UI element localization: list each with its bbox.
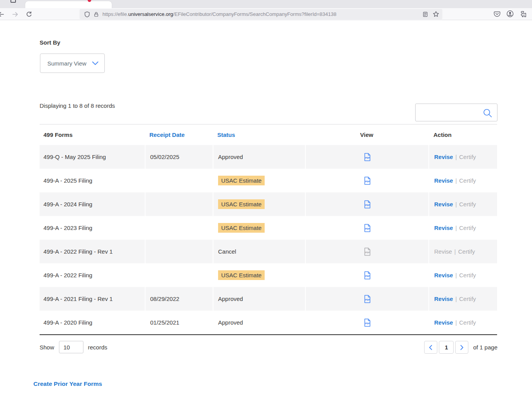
revise-link[interactable]: Revise	[434, 177, 453, 184]
status-value: USAC Estimate	[218, 199, 265, 209]
pdf-icon[interactable]: PDF	[364, 224, 371, 232]
form-name: 499-A - 2024 Filing	[40, 201, 145, 207]
form-name: 499-A - 2021 Filing - Rev 1	[40, 296, 145, 302]
certify-link[interactable]: Certify	[459, 319, 476, 326]
browser-tab-bar	[0, 0, 532, 8]
svg-text:PDF: PDF	[365, 322, 370, 324]
table-row: 499-Q - May 2025 Filing 05/02/2025 Appro…	[40, 145, 497, 169]
svg-text:PDF: PDF	[365, 227, 370, 230]
certify-link[interactable]: Certify	[459, 177, 476, 184]
certify-link[interactable]: Certify	[459, 201, 476, 207]
records-summary: Displaying 1 to 8 of 8 records	[40, 102, 115, 109]
svg-text:PDF: PDF	[365, 204, 370, 206]
url-prefix: https://efile.	[102, 11, 128, 17]
certify-link[interactable]: Certify	[459, 296, 476, 302]
search-icon[interactable]	[483, 108, 492, 118]
pdf-icon[interactable]: PDF	[364, 271, 371, 280]
show-label: Show	[40, 344, 54, 351]
action-separator: |	[455, 177, 457, 184]
status-value: USAC Estimate	[218, 270, 265, 280]
prev-page-button[interactable]	[424, 341, 437, 354]
form-name: 499-A - 2022 Filing	[40, 272, 145, 278]
lock-icon[interactable]	[94, 11, 99, 17]
back-button[interactable]	[0, 10, 5, 19]
sort-by-label: Sort By	[40, 39, 60, 46]
certify-link[interactable]: Certify	[459, 225, 476, 231]
page-content: Sort By Summary View Displaying 1 to 8 o…	[0, 21, 532, 401]
sort-view-dropdown[interactable]: Summary View	[40, 54, 105, 73]
receipt-date	[145, 240, 213, 263]
page-size-input[interactable]	[59, 341, 83, 353]
form-name: 499-A - 2022 Filing - Rev 1	[40, 248, 145, 255]
form-name: 499-Q - May 2025 Filing	[40, 154, 145, 160]
svg-text:PDF: PDF	[365, 275, 370, 277]
receipt-date	[145, 263, 213, 287]
certify-link[interactable]: Certify	[459, 154, 476, 160]
bookmark-star-icon[interactable]	[433, 11, 439, 17]
action-separator: |	[455, 272, 457, 278]
status-value: Approved	[218, 319, 243, 326]
table-row: 499-A - 2022 Filing USAC Estimate PDF Re…	[40, 263, 497, 287]
reload-icon	[26, 11, 32, 17]
pagination: 1 of 1 page	[424, 341, 497, 354]
revise-link: Revise	[434, 248, 452, 255]
header-receipt-date[interactable]: Receipt Date	[145, 131, 213, 138]
status-value: USAC Estimate	[218, 223, 265, 233]
table-row: 499-A - 2023 Filing USAC Estimate PDF Re…	[40, 216, 497, 240]
revise-link[interactable]: Revise	[434, 154, 453, 160]
revise-link[interactable]: Revise	[434, 272, 453, 278]
receipt-date: 01/25/2021	[145, 311, 213, 334]
table-row: 499-A - 2025 Filing USAC Estimate PDF Re…	[40, 169, 497, 192]
current-page: 1	[439, 341, 454, 354]
pdf-icon[interactable]: PDF	[364, 176, 371, 185]
revise-link[interactable]: Revise	[434, 319, 453, 326]
pdf-icon[interactable]: PDF	[364, 318, 371, 327]
action-separator: |	[455, 201, 457, 207]
forms-table: 499 Forms Receipt Date Status View Actio…	[40, 124, 497, 335]
pdf-icon[interactable]: PDF	[364, 200, 371, 209]
certify-link[interactable]: Certify	[459, 272, 476, 278]
action-separator: |	[454, 248, 456, 255]
url-bar[interactable]: https://efile.universalservice.org/EFile…	[80, 9, 442, 19]
header-view: View	[305, 131, 428, 138]
create-prior-year-forms-link[interactable]: Create Prior Year Forms	[33, 380, 102, 387]
browser-tab[interactable]	[25, 1, 112, 8]
sidebar-toggle-icon[interactable]	[10, 0, 16, 3]
pocket-icon[interactable]	[494, 10, 501, 17]
receipt-date: 08/29/2022	[145, 287, 213, 311]
forward-button[interactable]	[11, 10, 19, 19]
url-domain: universalservice.org	[128, 11, 173, 17]
table-footer: Show records 1 of 1 page	[40, 339, 497, 355]
revise-link[interactable]: Revise	[434, 225, 453, 231]
table-row: 499-A - 2021 Filing - Rev 1 08/29/2022 A…	[40, 287, 497, 311]
receipt-date: 05/02/2025	[145, 145, 213, 169]
header-status[interactable]: Status	[213, 131, 305, 138]
receipt-date	[145, 169, 213, 192]
pdf-icon: PDF	[364, 247, 371, 256]
action-separator: |	[455, 296, 457, 302]
account-icon[interactable]	[506, 10, 514, 17]
search-input[interactable]	[419, 105, 481, 119]
shield-icon[interactable]	[84, 11, 90, 17]
status-value: Approved	[218, 296, 243, 302]
action-separator: |	[455, 225, 457, 231]
reader-mode-icon[interactable]	[423, 11, 428, 17]
table-row: 499-A - 2020 Filing 01/25/2021 Approved …	[40, 311, 497, 334]
reload-button[interactable]	[25, 10, 33, 19]
extensions-puzzle-icon[interactable]	[520, 10, 527, 17]
of-pages-label: of 1 page	[473, 344, 497, 351]
form-name: 499-A - 2023 Filing	[40, 225, 145, 231]
action-separator: |	[455, 154, 457, 160]
form-name: 499-A - 2020 Filing	[40, 319, 145, 326]
status-value: USAC Estimate	[218, 176, 265, 185]
next-page-button[interactable]	[455, 341, 468, 354]
pdf-icon[interactable]: PDF	[364, 153, 371, 161]
receipt-date	[145, 216, 213, 240]
chevron-down-icon	[92, 61, 99, 66]
header-499-forms: 499 Forms	[40, 131, 145, 138]
pdf-icon[interactable]: PDF	[364, 295, 371, 303]
revise-link[interactable]: Revise	[434, 296, 453, 302]
revise-link[interactable]: Revise	[434, 201, 453, 207]
table-header-row: 499 Forms Receipt Date Status View Actio…	[40, 124, 497, 145]
browser-nav-toolbar: https://efile.universalservice.org/EFile…	[0, 8, 532, 20]
